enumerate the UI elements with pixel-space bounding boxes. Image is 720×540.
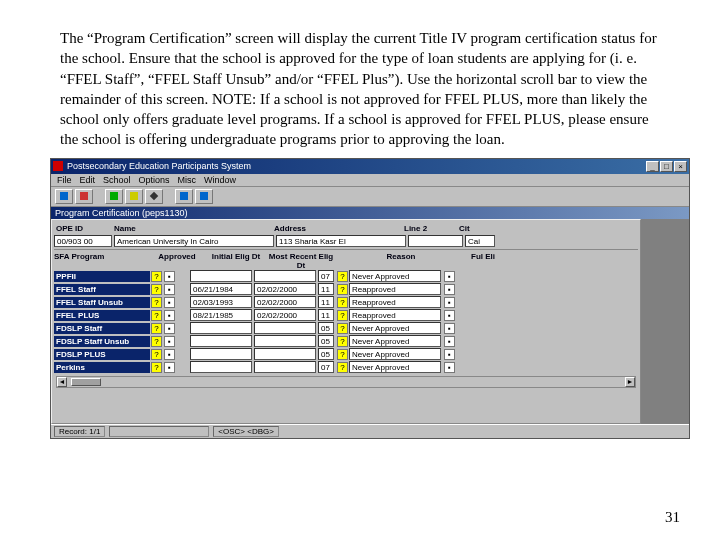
lookup-icon[interactable]: ? [337,284,348,295]
field-recent-date[interactable]: 02/02/2000 [254,283,316,295]
approved-toggle[interactable]: ▪ [164,362,175,373]
field-initial-date[interactable] [190,348,252,360]
scroll-thumb[interactable] [71,378,101,386]
field-reason-text[interactable]: Never Approved [349,322,441,334]
field-reason-code[interactable]: 07 [318,270,334,282]
field-recent-date[interactable] [254,335,316,347]
field-reason-text[interactable]: Reapproved [349,296,441,308]
approved-toggle[interactable]: ▪ [164,297,175,308]
approved-toggle[interactable]: ▪ [164,349,175,360]
lookup-icon[interactable]: ? [337,297,348,308]
field-reason-code[interactable]: 11 [318,296,334,308]
form-title: Program Certification (peps1130) [55,208,188,218]
help-icon[interactable]: ? [151,362,162,373]
menu-window[interactable]: Window [204,175,236,185]
lookup-icon[interactable]: ? [337,336,348,347]
menu-edit[interactable]: Edit [80,175,96,185]
flag-icon[interactable]: ▪ [444,284,455,295]
field-reason-code[interactable]: 05 [318,322,334,334]
field-initial-date[interactable]: 06/21/1984 [190,283,252,295]
lookup-icon[interactable]: ? [337,349,348,360]
table-row: FDSLP PLUS?▪05?Never Approved▪ [54,348,638,361]
field-name[interactable]: American University In Cairo [114,235,274,247]
help-icon[interactable]: ? [151,310,162,321]
lookup-icon[interactable]: ? [337,271,348,282]
maximize-button[interactable]: □ [660,161,673,172]
flag-icon[interactable]: ▪ [444,349,455,360]
field-initial-date[interactable] [190,270,252,282]
field-recent-date[interactable]: 02/02/2000 [254,309,316,321]
toolbar-button[interactable] [75,189,93,204]
approved-toggle[interactable]: ▪ [164,336,175,347]
field-ope-id[interactable]: 00/903 00 [54,235,112,247]
flag-icon[interactable]: ▪ [444,310,455,321]
close-button[interactable]: × [674,161,687,172]
approved-toggle[interactable]: ▪ [164,271,175,282]
program-table: SFA Program Approved Initial Elig Dt Mos… [54,252,638,388]
field-reason-code[interactable]: 05 [318,348,334,360]
field-reason-code[interactable]: 07 [318,361,334,373]
row-program-label: FFEL Staff [54,284,150,295]
toolbar-button[interactable] [175,189,193,204]
field-reason-text[interactable]: Never Approved [349,335,441,347]
help-icon[interactable]: ? [151,323,162,334]
help-icon[interactable]: ? [151,284,162,295]
label-name: Name [112,223,272,234]
field-reason-code[interactable]: 11 [318,309,334,321]
field-recent-date[interactable]: 02/02/2000 [254,296,316,308]
status-bar: Record: 1/1 <OSC> <DBG> [51,424,689,438]
help-icon[interactable]: ? [151,297,162,308]
help-icon[interactable]: ? [151,349,162,360]
field-reason-text[interactable]: Never Approved [349,270,441,282]
window-titlebar: Postsecondary Education Participants Sys… [51,159,689,174]
field-line2[interactable] [408,235,463,247]
lookup-icon[interactable]: ? [337,310,348,321]
menu-school[interactable]: School [103,175,131,185]
field-initial-date[interactable] [190,361,252,373]
table-row: FFEL Staff?▪06/21/198402/02/200011?Reapp… [54,283,638,296]
toolbar-button[interactable] [195,189,213,204]
field-initial-date[interactable] [190,322,252,334]
field-recent-date[interactable] [254,348,316,360]
horizontal-scrollbar[interactable]: ◄ ► [56,376,636,388]
field-reason-code[interactable]: 05 [318,335,334,347]
flag-icon[interactable]: ▪ [444,297,455,308]
field-recent-date[interactable] [254,270,316,282]
flag-icon[interactable]: ▪ [444,336,455,347]
toolbar-button[interactable] [55,189,73,204]
toolbar-button[interactable] [125,189,143,204]
field-initial-date[interactable]: 08/21/1985 [190,309,252,321]
table-row: PPFII?▪07?Never Approved▪ [54,270,638,283]
field-initial-date[interactable]: 02/03/1993 [190,296,252,308]
menu-misc[interactable]: Misc [178,175,197,185]
minimize-button[interactable]: _ [646,161,659,172]
approved-toggle[interactable]: ▪ [164,284,175,295]
field-reason-text[interactable]: Never Approved [349,348,441,360]
flag-icon[interactable]: ▪ [444,362,455,373]
approved-toggle[interactable]: ▪ [164,323,175,334]
field-reason-text[interactable]: Never Approved [349,361,441,373]
flag-icon[interactable]: ▪ [444,323,455,334]
menu-file[interactable]: File [57,175,72,185]
help-icon[interactable]: ? [151,271,162,282]
field-cit[interactable]: Cai [465,235,495,247]
col-program: SFA Program [54,252,150,270]
help-icon[interactable]: ? [151,336,162,347]
window-title: Postsecondary Education Participants Sys… [67,161,646,171]
scroll-right-arrow[interactable]: ► [625,377,635,387]
scroll-left-arrow[interactable]: ◄ [57,377,67,387]
field-recent-date[interactable] [254,361,316,373]
toolbar-button[interactable] [105,189,123,204]
approved-toggle[interactable]: ▪ [164,310,175,321]
menu-options[interactable]: Options [139,175,170,185]
flag-icon[interactable]: ▪ [444,271,455,282]
lookup-icon[interactable]: ? [337,362,348,373]
toolbar-button[interactable] [145,189,163,204]
field-address[interactable]: 113 Sharia Kasr El [276,235,406,247]
lookup-icon[interactable]: ? [337,323,348,334]
field-reason-text[interactable]: Reapproved [349,283,441,295]
field-initial-date[interactable] [190,335,252,347]
field-recent-date[interactable] [254,322,316,334]
field-reason-code[interactable]: 11 [318,283,334,295]
field-reason-text[interactable]: Reapproved [349,309,441,321]
